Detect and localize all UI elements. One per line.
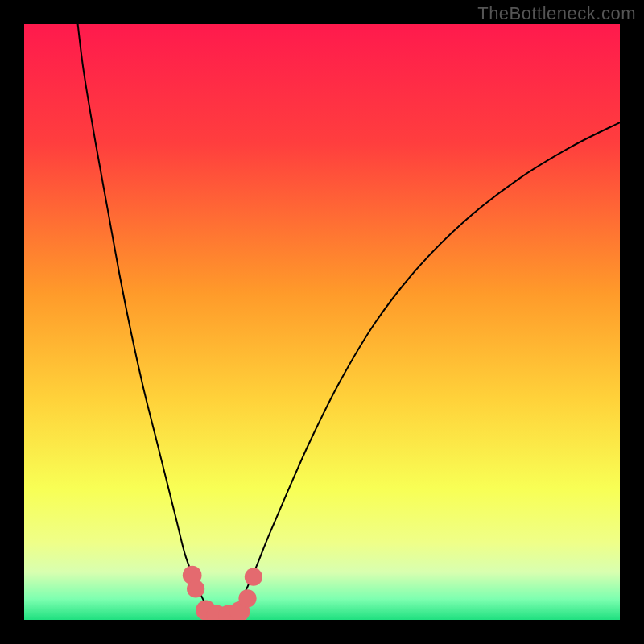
- chart-svg: [24, 24, 620, 620]
- marker-point: [187, 580, 204, 597]
- chart-background: [24, 24, 620, 620]
- marker-point: [238, 589, 256, 607]
- chart-frame: TheBottleneck.com: [0, 0, 644, 644]
- marker-point: [245, 568, 262, 586]
- watermark-text: TheBottleneck.com: [477, 3, 636, 24]
- plot-area: [24, 24, 620, 620]
